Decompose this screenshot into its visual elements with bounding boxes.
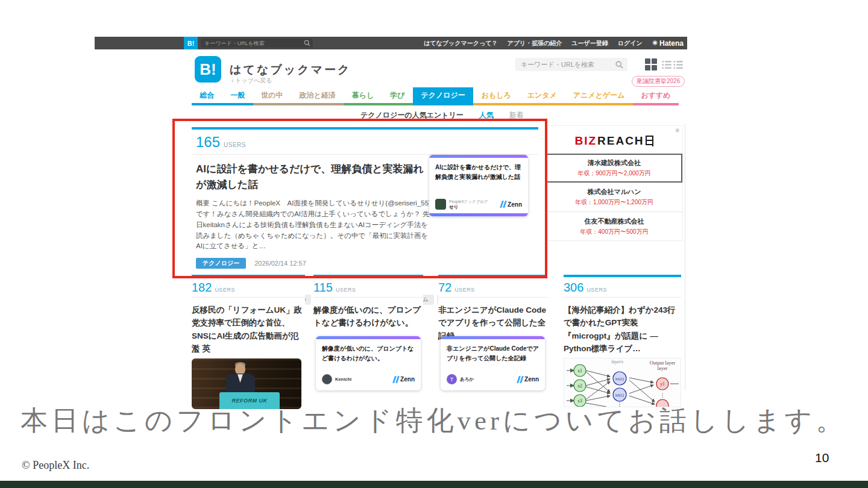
bookmark-count[interactable]: 165 USERS [196,134,538,151]
diagram-node-label: x1 [577,368,582,374]
header-search-input[interactable] [515,61,615,68]
category-tabs: 総合 一般 世の中 政治と経済 暮らし 学び テクノロジー おもしろ エンタメ … [192,87,679,105]
entry-thumbnail[interactable]: 非エンジニアがClaude Codeでアプリを作って公開した全記録 T あろか … [441,336,545,390]
bookmark-count[interactable]: 72 USERS [438,281,547,295]
header-search-box[interactable] [515,58,627,71]
hatena-brand-logo[interactable]: ✳ Hatena [652,39,684,48]
compact-list-view-icon[interactable] [673,60,683,69]
tab-manabi[interactable]: 学び [382,87,413,105]
entry-photo-thumbnail[interactable]: REFORM UK [192,358,301,409]
topbar-link-register[interactable]: ユーザー登録 [571,39,608,48]
neural-network-diagram-thumbnail[interactable]: layers Output layer layer [564,358,681,407]
job-listing[interactable]: 住友不動産株式会社 年収：400万円〜500万円 [546,211,682,240]
election-badge[interactable]: 衆議院選挙2026 [632,76,685,87]
topbar-search-input[interactable] [201,40,304,46]
entry-title-link[interactable]: AIに設計を書かせるだけで、理解負債と実装漏れが激減した話 [196,161,430,193]
entry-title-link[interactable]: 反移民の「リフォームUK」政党支持率で圧倒的な首位、 SNSにAI生成の広告動画… [192,304,305,355]
topbar-link-apps[interactable]: アプリ・拡張の紹介 [507,39,562,48]
author-name: せり [449,204,488,210]
entry-thumbnail[interactable]: AIに設計を書かせるだけで、理解負債と実装漏れが激減した話 PeopleXテック… [429,155,528,216]
tab-sougou[interactable]: 総合 [192,87,222,105]
tab-kurashi[interactable]: 暮らし [344,87,382,105]
thumbnail-gradient-bar [429,213,528,216]
diagram-node-label: x2 [577,383,582,389]
diagram-node-label: h1(1) [615,377,624,381]
job-listings: 清水建設株式会社 年収：900万円〜2,000万円 株式会社マルハン 年収：1,… [546,154,682,240]
topbar-link-about[interactable]: はてなブックマークって？ [424,39,497,48]
entry-card: 182 USERS 反移民の「リフォームUK」政党支持率で圧倒的な首位、 SNS… [192,275,305,409]
bizreach-mark-icon [645,135,654,147]
ad-menu-icon[interactable]: ≡ [676,127,679,134]
thumbnail-title: AIに設計を書かせるだけで、理解負債と実装漏れが激減した話 [429,158,528,182]
svg-text:layer: layer [658,365,668,371]
bookmark-count[interactable]: 182 USERS [192,281,305,295]
job-company: 清水建設株式会社 [588,158,641,167]
zenn-icon [501,201,506,208]
job-listing[interactable]: 株式会社マルハン 年収：1,000万円〜1,200万円 [546,183,682,211]
list-view-icon[interactable] [662,60,671,69]
subnav-newest-link[interactable]: 新着 [509,110,524,120]
slide-footer-bar [0,481,868,488]
zenn-logo: Zenn [394,376,415,383]
subnav-popular-link[interactable]: 人気 [479,110,494,120]
back-to-top-link[interactable]: ‹ トップへ戻る [231,77,272,85]
divider [564,297,681,298]
hatena-brand-text: Hatena [659,39,684,48]
topbar-link-login[interactable]: ログイン [618,39,643,48]
hatena-bookmark-logo[interactable]: B! [195,56,221,83]
hatena-global-topbar: B! はてなブックマークって？ アプリ・拡張の紹介 ユーザー登録 ログイン ✳ … [95,37,687,49]
zenn-icon [518,376,523,383]
tab-technology[interactable]: テクノロジー [413,87,473,105]
search-icon [615,61,623,69]
grid-view-icon[interactable] [645,58,657,70]
bookmark-count[interactable]: 306 USERS [564,281,681,295]
tab-entame[interactable]: エンタメ [519,87,565,105]
entry-thumbnail[interactable]: 解像度が低いのに、プロンプトなど書けるわけがない。 Kenichi Zenn [316,336,421,390]
subnav-title: テクノロジーの人気エントリー [360,110,464,120]
thumbnail-footer: T あろか Zenn [447,374,539,384]
zenn-icon [394,376,398,383]
tab-seiji[interactable]: 政治と経済 [291,87,344,105]
slide-caption: 本日はこのフロントエンド特化verについてお話しします。 [20,402,847,439]
thumbnail-footer: PeopleXテックブログ せり Zenn [435,199,522,210]
zenn-logo: Zenn [501,201,522,208]
avatar [322,374,332,384]
hatena-star-icon: ✳ [652,39,658,47]
search-icon [304,40,310,46]
technology-subnav: テクノロジーの人気エントリー 人気 新着 [360,110,524,120]
avatar: T [447,374,457,384]
scrollbar[interactable] [685,124,685,390]
tab-omoshiro[interactable]: おもしろ [473,87,519,105]
thumbnail-footer: Kenichi Zenn [322,374,415,384]
tab-ippan[interactable]: 一般 [222,87,253,105]
zenn-logo: Zenn [518,376,539,383]
site-title[interactable]: はてなブックマーク [230,62,351,78]
tab-osusume[interactable]: おすすめ [633,87,679,105]
bookmark-count[interactable]: 115 USERS [313,281,423,295]
job-listing[interactable]: 清水建設株式会社 年収：900万円〜2,000万円 [546,154,682,183]
topbar-search-box[interactable] [201,39,313,48]
presentation-slide: B! はてなブックマークって？ アプリ・拡張の紹介 ユーザー登録 ログイン ✳ … [0,0,868,488]
bizreach-logo[interactable]: BIZREACH [546,134,682,148]
entry-excerpt: 概要 こんにちは！PeopleX AI面接を開発しているせりせり(@serise… [196,198,432,252]
thumbnail-title: 解像度が低いのに、プロンプトなど書けるわけがない。 [316,339,421,363]
divider [438,297,547,298]
diagram-node-label: y1 [660,381,665,387]
entry-meta: テクノロジー 2026/02/14 12:57 [196,258,538,269]
tab-yononaka[interactable]: 世の中 [253,87,291,105]
tab-anime-game[interactable]: アニメとゲーム [565,87,633,105]
bookmark-count-label: USERS [224,142,246,148]
job-company: 株式会社マルハン [587,187,641,196]
author-name: あろか [460,377,474,383]
category-tag[interactable]: テクノロジー [196,258,246,269]
hatena-bookmark-logo-small[interactable]: B! [184,37,198,49]
job-salary: 年収：900万円〜2,000万円 [577,169,651,178]
diagram-top-label: layers [611,359,623,364]
avatar [435,199,446,210]
entry-title-link[interactable]: 【海外記事紹介】わずか243行で書かれたGPT実装『microgpt』が話題に … [564,304,681,355]
topbar-links: はてなブックマークって？ アプリ・拡張の紹介 ユーザー登録 ログイン ✳ Hat… [424,37,684,49]
entry-title-link[interactable]: 解像度が低いのに、プロンプトなど書けるわけがない。 [313,304,423,330]
job-company: 住友不動産株式会社 [585,217,644,226]
entry-date: 2026/02/14 12:57 [254,260,306,267]
copyright-notice: © PeopleX Inc. [22,459,89,472]
